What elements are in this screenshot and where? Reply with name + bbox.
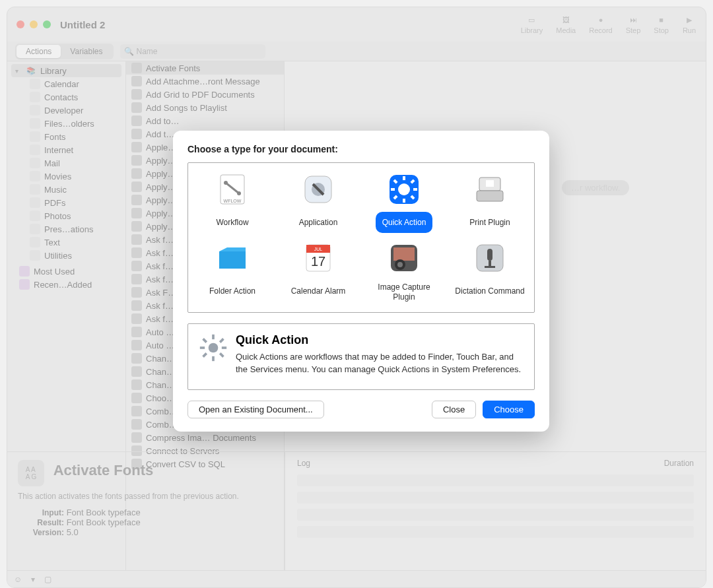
doc-type-icon bbox=[300, 171, 337, 208]
svg-rect-32 bbox=[212, 335, 215, 339]
svg-point-2 bbox=[224, 181, 228, 185]
choose-button[interactable]: Choose bbox=[483, 401, 535, 418]
svg-text:WFLOW: WFLOW bbox=[224, 199, 242, 203]
doc-type-label: Calendar Alarm bbox=[285, 280, 353, 302]
desc-body: Quick Actions are workflows that may be … bbox=[236, 351, 524, 376]
svg-rect-29 bbox=[489, 261, 491, 266]
svg-text:17: 17 bbox=[311, 254, 325, 269]
doc-type-icon bbox=[214, 240, 251, 277]
doc-type-label: Print Plugin bbox=[463, 212, 516, 233]
doc-type-calendar-alarm[interactable]: JUL17Calendar Alarm bbox=[277, 240, 360, 304]
type-grid: WFLOWWorkflowApplicationQuick ActionPrin… bbox=[187, 162, 535, 313]
svg-rect-38 bbox=[202, 352, 207, 358]
svg-rect-34 bbox=[200, 346, 205, 349]
doc-type-icon: JUL17 bbox=[300, 240, 337, 277]
doc-type-icon bbox=[471, 240, 508, 277]
svg-rect-9 bbox=[403, 199, 405, 203]
doc-type-quick-action[interactable]: Quick Action bbox=[362, 171, 446, 233]
doc-type-icon bbox=[471, 171, 508, 208]
desc-title: Quick Action bbox=[236, 333, 524, 347]
doc-type-image-capture-plugin[interactable]: Image Capture Plugin bbox=[362, 240, 446, 304]
gear-icon bbox=[199, 333, 228, 362]
dialog-heading: Choose a type for your document: bbox=[187, 144, 535, 154]
doc-type-icon bbox=[386, 240, 423, 277]
doc-type-print-plugin[interactable]: Print Plugin bbox=[448, 171, 531, 233]
doc-type-label: Application bbox=[292, 212, 345, 233]
svg-point-3 bbox=[237, 191, 241, 195]
svg-rect-11 bbox=[413, 188, 417, 191]
doc-type-icon: WFLOW bbox=[214, 171, 251, 208]
svg-rect-8 bbox=[403, 176, 405, 180]
doc-type-icon bbox=[386, 171, 423, 208]
svg-text:JUL: JUL bbox=[314, 247, 323, 251]
svg-rect-24 bbox=[393, 247, 415, 261]
svg-rect-17 bbox=[477, 191, 503, 201]
doc-type-label: Workflow bbox=[209, 212, 255, 233]
doc-type-workflow[interactable]: WFLOWWorkflow bbox=[191, 171, 274, 233]
svg-rect-18 bbox=[486, 180, 494, 187]
document-type-dialog: Choose a type for your document: WFLOWWo… bbox=[173, 131, 549, 432]
svg-rect-28 bbox=[487, 249, 492, 261]
close-button[interactable]: Close bbox=[432, 401, 476, 418]
doc-type-label: Dictation Command bbox=[448, 280, 531, 302]
svg-rect-30 bbox=[485, 266, 495, 268]
doc-type-label: Quick Action bbox=[376, 212, 433, 233]
dialog-footer: Open an Existing Document... Close Choos… bbox=[187, 401, 535, 418]
svg-rect-35 bbox=[222, 346, 226, 349]
svg-point-26 bbox=[397, 262, 403, 267]
type-description: Quick Action Quick Actions are workflows… bbox=[187, 323, 535, 390]
svg-rect-37 bbox=[219, 352, 224, 358]
doc-type-dictation-command[interactable]: Dictation Command bbox=[448, 240, 531, 304]
svg-rect-39 bbox=[219, 338, 224, 343]
doc-type-folder-action[interactable]: Folder Action bbox=[191, 240, 274, 304]
doc-type-label: Image Capture Plugin bbox=[362, 280, 446, 304]
doc-type-application[interactable]: Application bbox=[277, 171, 360, 233]
svg-rect-33 bbox=[212, 356, 215, 361]
svg-rect-36 bbox=[202, 338, 207, 343]
svg-point-31 bbox=[209, 343, 219, 353]
svg-point-7 bbox=[398, 183, 410, 195]
svg-rect-10 bbox=[391, 188, 395, 191]
open-existing-button[interactable]: Open an Existing Document... bbox=[187, 401, 324, 418]
doc-type-label: Folder Action bbox=[203, 280, 262, 302]
